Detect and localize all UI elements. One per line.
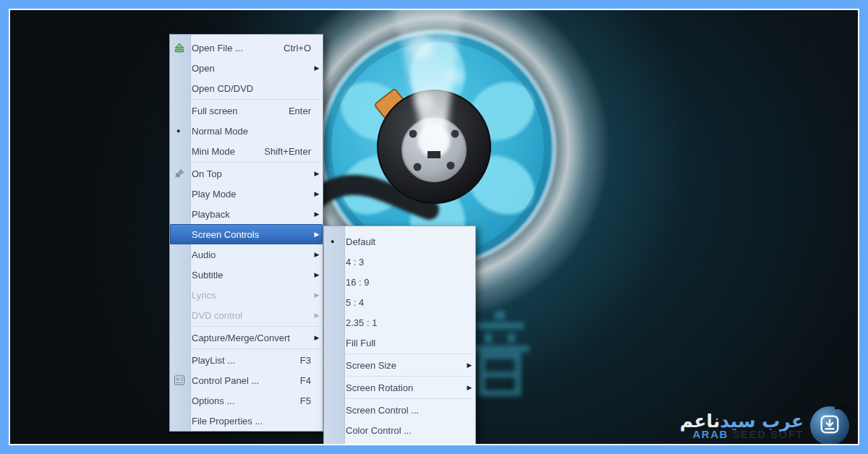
submenu-arrow-icon: ▶ <box>312 305 321 325</box>
site-logo <box>810 406 849 445</box>
menu-item-default[interactable]: ●Default <box>324 231 475 252</box>
menu-separator <box>192 99 320 100</box>
menu-item-label: Lyrics <box>192 290 216 301</box>
menu-item-fill-full[interactable]: Fill Full <box>324 333 475 353</box>
latin-site-name: ARAB SEED SOFT <box>680 429 804 440</box>
control-panel-icon <box>174 374 185 386</box>
menu-item-label: Open File ... <box>192 43 243 53</box>
menu-item-label: Open CD/DVD <box>192 83 253 94</box>
menu-item-label: Play Mode <box>192 189 236 200</box>
menu-item-label: 5 : 4 <box>346 297 364 308</box>
menu-separator <box>192 326 320 327</box>
menu-item-audio[interactable]: Audio▶ <box>170 244 323 265</box>
site-watermark: عرب سيدناعم ARAB SEED SOFT <box>680 406 849 445</box>
menu-item-label: 16 : 9 <box>346 277 370 288</box>
menu-item-label: Playback <box>192 209 230 220</box>
chinese-character-watermark <box>470 311 531 396</box>
menu-item-mini-mode[interactable]: Mini ModeShift+Enter <box>170 141 323 161</box>
menu-item-label: Color Control ... <box>346 425 412 436</box>
menu-item-shortcut: Enter <box>289 106 312 116</box>
submenu-arrow-icon: ▶ <box>312 224 321 244</box>
menu-item-shortcut: Ctrl+O <box>284 43 312 53</box>
menu-item-normal-mode[interactable]: ●Normal Mode <box>170 121 323 141</box>
submenu-arrow-icon: ▶ <box>312 204 321 224</box>
menu-item-label: Normal Mode <box>192 126 248 137</box>
submenu-arrow-icon: ▶ <box>312 327 321 348</box>
menu-item-label: Control Panel ... <box>192 375 259 386</box>
open-file-icon <box>174 42 185 53</box>
menu-item-screen-rotation[interactable]: Screen Rotation▶ <box>324 377 475 398</box>
submenu-arrow-icon: ▶ <box>312 285 321 305</box>
menu-item-color-control[interactable]: Color Control ... <box>324 420 475 440</box>
download-icon <box>819 414 841 438</box>
site-watermark-text: عرب سيدناعم ARAB SEED SOFT <box>680 412 804 440</box>
menu-item-label: File Properties ... <box>192 416 263 427</box>
menu-item-4-3[interactable]: 4 : 3 <box>324 252 475 272</box>
submenu-arrow-icon: ▶ <box>312 184 321 204</box>
menu-item-subtitle[interactable]: Subtitle▶ <box>170 265 323 285</box>
menu-item-capture-merge-convert[interactable]: Capture/Merge/Convert▶ <box>170 327 323 348</box>
menu-item-label: Options ... <box>192 395 234 406</box>
menu-item-options[interactable]: Options ...F5 <box>170 390 323 411</box>
menu-item-label: Screen Control ... <box>346 405 419 416</box>
menu-separator <box>346 398 473 399</box>
menu-item-label: Mini Mode <box>192 146 235 157</box>
menu-item-control-panel[interactable]: Control Panel ...F4 <box>170 370 323 390</box>
menu-item-label: On Top <box>192 168 222 179</box>
menu-item-screen-size[interactable]: Screen Size▶ <box>324 355 475 375</box>
menu-item-open[interactable]: Open▶ <box>170 58 323 78</box>
screen-controls-submenu: ●Default4 : 316 : 95 : 42.35 : 1Fill Ful… <box>323 226 476 445</box>
menu-item-screen-control[interactable]: Screen Control ... <box>324 400 475 420</box>
menu-item-label: Audio <box>192 249 216 260</box>
menu-item-lyrics[interactable]: Lyrics▶ <box>170 285 323 305</box>
radio-bullet-icon: ● <box>331 231 334 252</box>
menu-item-16-9[interactable]: 16 : 9 <box>324 272 475 292</box>
submenu-arrow-icon: ▶ <box>312 163 321 184</box>
submenu-arrow-icon: ▶ <box>312 58 321 78</box>
menu-separator <box>346 376 473 377</box>
menu-item-label: Screen Size <box>346 360 396 371</box>
menu-item-shortcut: F5 <box>300 395 312 406</box>
menu-item-label: Full screen <box>192 106 238 116</box>
menu-item-on-top[interactable]: On Top▶ <box>170 163 323 184</box>
player-window: عرب سيدناعم ARAB SEED SOFT Open File ...… <box>0 0 868 454</box>
menu-item-label: PlayList ... <box>192 355 235 366</box>
menu-separator <box>192 348 320 349</box>
submenu-arrow-icon: ▶ <box>312 265 321 285</box>
player-context-menu: Open File ...Ctrl+OOpen▶Open CD/DVDFull … <box>169 34 323 432</box>
submenu-arrow-icon: ▶ <box>465 377 474 398</box>
menu-item-play-mode[interactable]: Play Mode▶ <box>170 184 323 204</box>
menu-item-shortcut: F4 <box>300 375 312 386</box>
menu-item-label: Subtitle <box>192 270 223 280</box>
menu-item-5-4[interactable]: 5 : 4 <box>324 292 475 312</box>
submenu-arrow-icon: ▶ <box>465 355 474 375</box>
menu-item-label: Default <box>346 236 375 247</box>
menu-item-playlist[interactable]: PlayList ...F3 <box>170 350 323 370</box>
pushpin-icon <box>174 168 185 179</box>
menu-item-label: Screen Controls <box>192 229 259 240</box>
menu-item-label: Fill Full <box>346 338 375 348</box>
menu-item-open-file[interactable]: Open File ...Ctrl+O <box>170 38 323 58</box>
menu-item-label: Capture/Merge/Convert <box>192 333 290 343</box>
menu-item-file-properties[interactable]: File Properties ... <box>170 411 323 431</box>
menu-separator <box>346 354 473 354</box>
menu-item-screen-controls[interactable]: Screen Controls▶ <box>170 224 323 244</box>
menu-item-playback[interactable]: Playback▶ <box>170 204 323 224</box>
menu-item-label: Screen Rotation <box>346 382 413 393</box>
menu-item-full-screen[interactable]: Full screenEnter <box>170 100 323 121</box>
menu-item-dvd-control[interactable]: DVD control▶ <box>170 305 323 325</box>
menu-item-2-35-1[interactable]: 2.35 : 1 <box>324 312 475 333</box>
menu-separator <box>192 162 320 163</box>
menu-item-shortcut: F3 <box>300 355 312 366</box>
menu-item-label: DVD control <box>192 310 242 321</box>
menu-item-open-cd-dvd[interactable]: Open CD/DVD <box>170 78 323 98</box>
menu-item-label: 2.35 : 1 <box>346 317 377 328</box>
submenu-arrow-icon: ▶ <box>312 244 321 265</box>
menu-item-shortcut: Shift+Enter <box>264 146 312 157</box>
menu-item-label: Open <box>192 63 215 74</box>
menu-item-label: 4 : 3 <box>346 257 364 267</box>
radio-bullet-icon: ● <box>176 121 180 141</box>
